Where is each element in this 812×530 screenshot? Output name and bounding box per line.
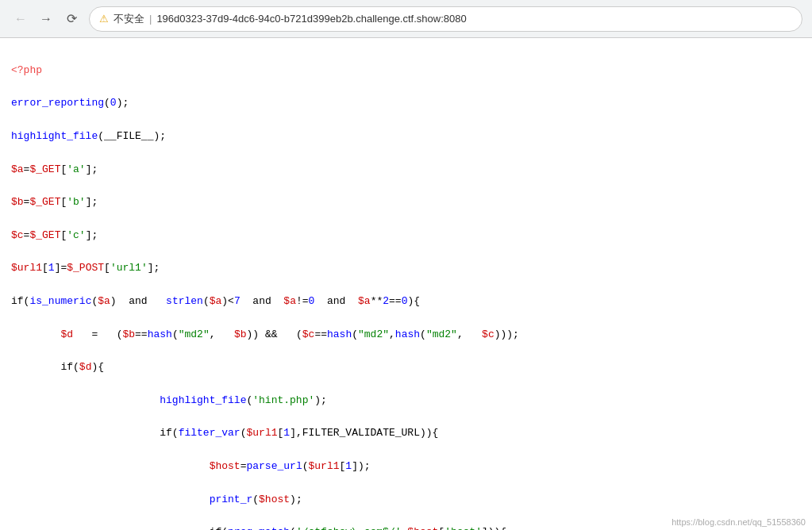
reload-button[interactable]: ⟳	[60, 8, 83, 30]
url-separator: |	[149, 13, 152, 25]
url-text: 196d0323-37d9-4dc6-94c0-b721d399eb2b.cha…	[156, 13, 466, 25]
insecure-icon: ⚠	[99, 13, 109, 25]
browser-toolbar: ← → ⟳ ⚠ 不安全 | 196d0323-37d9-4dc6-94c0-b7…	[0, 0, 812, 38]
forward-button[interactable]: →	[35, 8, 57, 30]
code-display: <?php error_reporting(0); highlight_file…	[11, 46, 801, 530]
page-content: <?php error_reporting(0); highlight_file…	[0, 38, 812, 530]
insecure-label: 不安全	[114, 12, 144, 26]
address-bar[interactable]: ⚠ 不安全 | 196d0323-37d9-4dc6-94c0-b721d399…	[89, 6, 802, 32]
nav-buttons: ← → ⟳	[10, 8, 83, 30]
watermark: https://blog.csdn.net/qq_51558360	[672, 517, 806, 527]
back-button[interactable]: ←	[10, 8, 32, 30]
